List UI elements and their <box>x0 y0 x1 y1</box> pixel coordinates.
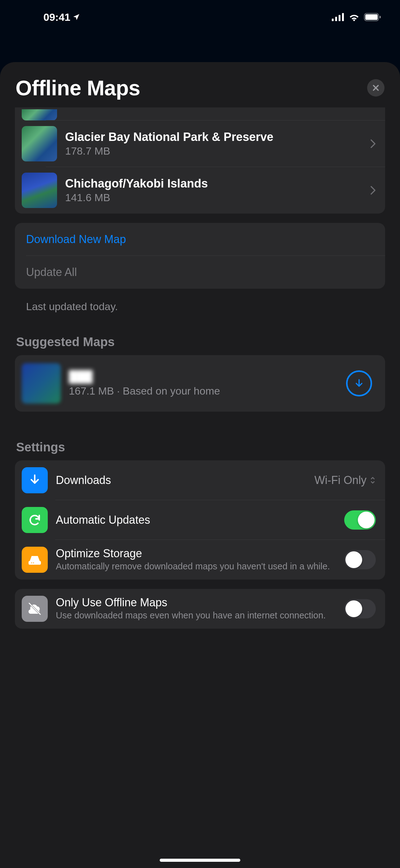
suggested-title: ███ <box>69 370 338 383</box>
map-title: Chichagof/Yakobi Islands <box>65 177 362 190</box>
map-size: 141.6 MB <box>65 191 362 204</box>
settings-group-1: Downloads Wi-Fi Only Automatic Updates <box>15 460 385 580</box>
download-button[interactable] <box>346 370 372 397</box>
map-thumbnail <box>22 109 57 120</box>
location-arrow-icon <box>72 13 80 21</box>
map-row[interactable]: Chichagof/Yakobi Islands 141.6 MB <box>15 167 385 214</box>
status-right <box>332 13 381 21</box>
svg-rect-2 <box>339 15 340 21</box>
map-row[interactable]: Glacier Bay National Park & Preserve 178… <box>15 120 385 167</box>
offline-maps-sheet: Offline Maps Glacier Bay National Park &… <box>0 62 400 868</box>
suggested-subtitle: 167.1 MB · Based on your home <box>69 385 338 397</box>
svg-rect-6 <box>379 16 381 18</box>
wifi-icon <box>348 13 360 21</box>
settings-section-label: Settings <box>15 433 385 460</box>
cloud-off-icon <box>22 596 48 622</box>
setting-sublabel: Automatically remove downloaded maps you… <box>56 561 336 572</box>
map-row-clipped[interactable] <box>15 107 385 120</box>
map-thumbnail <box>22 363 61 404</box>
svg-rect-3 <box>342 13 344 21</box>
suggested-group: ███ 167.1 MB · Based on your home <box>15 355 385 412</box>
map-title: Glacier Bay National Park & Preserve <box>65 130 362 144</box>
download-new-map-button[interactable]: Download New Map <box>15 223 385 256</box>
download-arrow-icon <box>354 378 365 389</box>
map-size: 178.7 MB <box>65 145 362 157</box>
svg-rect-5 <box>365 14 378 20</box>
battery-icon <box>364 13 381 21</box>
update-all-button[interactable]: Update All <box>15 256 385 289</box>
offline-only-toggle[interactable] <box>344 599 376 618</box>
close-icon <box>372 84 380 92</box>
map-thumbnail <box>22 173 57 208</box>
storage-icon <box>22 547 48 573</box>
optimize-storage-toggle[interactable] <box>344 550 376 569</box>
download-icon <box>22 467 48 493</box>
home-indicator[interactable] <box>160 859 240 862</box>
setting-label: Automatic Updates <box>56 514 336 527</box>
page-title: Offline Maps <box>15 76 140 100</box>
sheet-header: Offline Maps <box>0 62 400 107</box>
status-bar: 09:41 <box>0 0 400 34</box>
updown-chevron-icon <box>370 475 376 485</box>
refresh-icon <box>22 507 48 533</box>
downloads-value: Wi-Fi Only <box>314 474 376 487</box>
setting-label: Optimize Storage <box>56 547 336 560</box>
suggested-section-label: Suggested Maps <box>15 328 385 355</box>
clock: 09:41 <box>43 11 70 23</box>
setting-label: Only Use Offline Maps <box>56 596 336 609</box>
offline-only-setting: Only Use Offline Maps Use downloaded map… <box>15 589 385 629</box>
downloaded-maps-group: Glacier Bay National Park & Preserve 178… <box>15 107 385 214</box>
downloads-setting[interactable]: Downloads Wi-Fi Only <box>15 460 385 500</box>
chevron-right-icon <box>370 139 376 148</box>
suggested-map-row[interactable]: ███ 167.1 MB · Based on your home <box>15 355 385 412</box>
svg-point-8 <box>33 562 34 563</box>
svg-point-7 <box>31 562 32 563</box>
map-thumbnail <box>22 126 57 161</box>
close-button[interactable] <box>367 79 385 97</box>
last-updated-label: Last updated today. <box>15 298 385 328</box>
cellular-icon <box>332 13 344 21</box>
svg-rect-0 <box>332 19 334 21</box>
chevron-right-icon <box>370 186 376 195</box>
optimize-storage-setting: Optimize Storage Automatically remove do… <box>15 540 385 580</box>
auto-updates-toggle[interactable] <box>344 510 376 530</box>
status-time: 09:41 <box>43 11 80 23</box>
settings-group-2: Only Use Offline Maps Use downloaded map… <box>15 589 385 629</box>
setting-sublabel: Use downloaded maps even when you have a… <box>56 610 336 621</box>
auto-updates-setting: Automatic Updates <box>15 500 385 540</box>
svg-rect-1 <box>335 17 337 21</box>
actions-group: Download New Map Update All <box>15 223 385 289</box>
setting-label: Downloads <box>56 474 306 487</box>
